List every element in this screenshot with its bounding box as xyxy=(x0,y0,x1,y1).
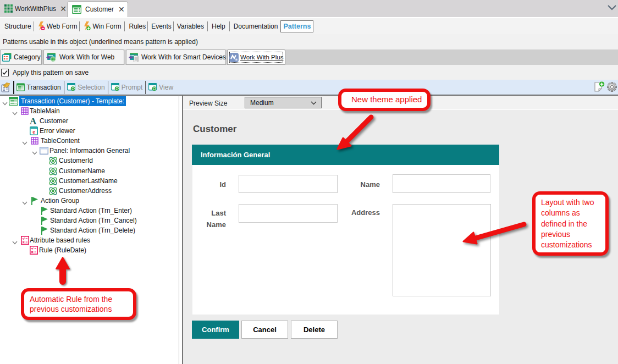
svg-text:e: e xyxy=(32,129,35,135)
